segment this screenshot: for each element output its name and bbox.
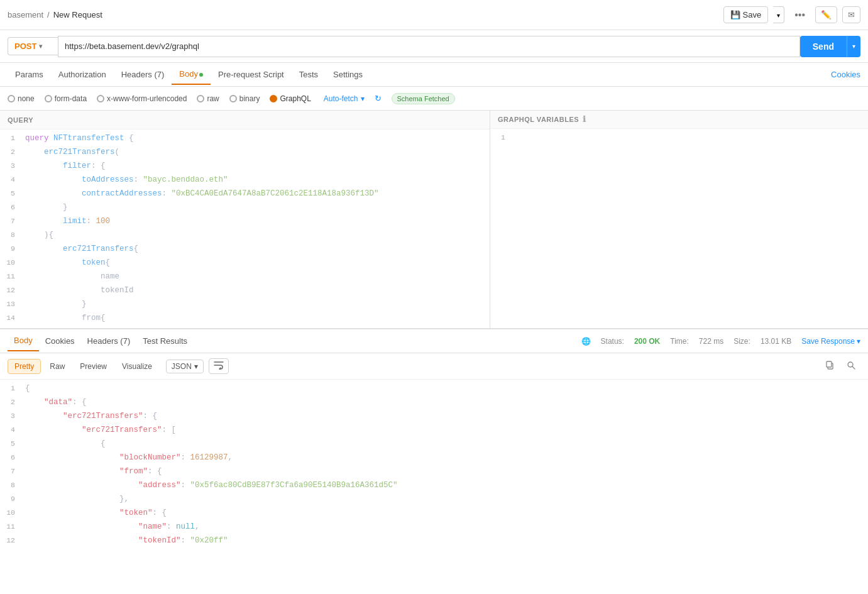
tab-authorization[interactable]: Authorization [51, 65, 114, 84]
url-bar: POST ▾ Send ▾ [0, 30, 868, 63]
radio-urlencoded[interactable]: x-www-form-urlencoded [97, 94, 187, 103]
send-button[interactable]: Send [800, 36, 847, 57]
query-line-1: 1 query NFTtransferTest { [0, 132, 490, 146]
tab-settings[interactable]: Settings [326, 65, 370, 84]
fmt-visualize-label: Visualize [122, 362, 152, 371]
resp-line-11: 11 "name": null, [0, 520, 868, 534]
response-tabs-bar: Body Cookies Headers (7) Test Results 🌐 … [0, 329, 868, 353]
time-label: Time: [670, 337, 689, 346]
method-selector[interactable]: POST ▾ [8, 37, 58, 55]
graphql-vars-info-icon[interactable]: ℹ [583, 114, 586, 124]
radio-binary[interactable]: binary [229, 94, 260, 103]
resp-tab-cookies[interactable]: Cookies [39, 331, 81, 351]
json-format-selector[interactable]: JSON ▾ [166, 360, 204, 373]
size-value: 13.01 KB [761, 337, 791, 346]
query-panel-header: QUERY [0, 111, 490, 129]
response-code-block: 1 { 2 "data": { 3 "erc721Transfers": { 4… [0, 380, 868, 561]
wrap-icon-button[interactable] [209, 358, 229, 374]
resp-tab-test-results-label: Test Results [143, 336, 187, 346]
tab-headers[interactable]: Headers (7) [114, 65, 172, 84]
resp-line-6: 6 "blockNumber": 16129987, [0, 451, 868, 465]
breadcrumb: basement / New Request [8, 10, 102, 19]
tab-params-label: Params [15, 70, 43, 79]
tab-params[interactable]: Params [8, 65, 51, 84]
save-button[interactable]: 💾 Save [723, 6, 769, 23]
fmt-raw-label: Raw [50, 362, 65, 371]
tab-body[interactable]: Body [172, 64, 211, 85]
fmt-tab-visualize[interactable]: Visualize [116, 360, 158, 373]
query-line-13: 13 } [0, 298, 490, 312]
query-line-11: 11 name [0, 270, 490, 284]
graphql-vars-editor[interactable]: 1 [490, 129, 868, 328]
refresh-icon[interactable]: ↻ [375, 94, 382, 103]
radio-label-formdata: form-data [55, 94, 87, 103]
tab-headers-label: Headers (7) [121, 70, 165, 79]
breadcrumb-current: New Request [53, 10, 102, 19]
cookies-link[interactable]: Cookies [831, 65, 860, 84]
radio-label-graphql: GraphQL [280, 94, 310, 103]
response-body[interactable]: 1 { 2 "data": { 3 "erc721Transfers": { 4… [0, 380, 868, 561]
fmt-tab-raw[interactable]: Raw [43, 360, 71, 373]
message-icon: ✉ [848, 10, 855, 19]
send-dropdown-button[interactable]: ▾ [847, 36, 860, 57]
graphql-vars-header-label: GRAPHQL VARIABLES [498, 116, 579, 123]
tab-settings-label: Settings [333, 70, 363, 79]
status-label: Status: [601, 337, 624, 346]
radio-circle-formdata [45, 95, 52, 102]
svg-line-3 [852, 366, 855, 369]
search-button[interactable] [842, 358, 860, 374]
fmt-tab-preview[interactable]: Preview [74, 360, 113, 373]
method-caret-icon: ▾ [39, 43, 42, 50]
edit-button[interactable]: ✏️ [815, 6, 837, 23]
size-label: Size: [733, 337, 750, 346]
save-response-button[interactable]: Save Response ▾ [801, 337, 860, 346]
tab-body-label: Body [179, 69, 198, 79]
body-type-bar: none form-data x-www-form-urlencoded raw… [0, 87, 868, 111]
query-line-8: 8 ){ [0, 229, 490, 243]
response-status: 🌐 Status: 200 OK Time: 722 ms Size: 13.0… [581, 337, 860, 346]
radio-none[interactable]: none [8, 94, 35, 103]
query-line-2: 2 erc721Transfers( [0, 146, 490, 160]
query-line-6: 6 } [0, 201, 490, 215]
message-button[interactable]: ✉ [842, 6, 860, 23]
auto-fetch-label: Auto-fetch [324, 94, 358, 103]
resp-tab-headers[interactable]: Headers (7) [81, 331, 137, 351]
send-button-group: Send ▾ [800, 36, 860, 57]
radio-form-data[interactable]: form-data [45, 94, 87, 103]
resp-line-2: 2 "data": { [0, 396, 868, 410]
resp-line-9: 9 }, [0, 493, 868, 507]
resp-tab-body[interactable]: Body [8, 331, 39, 351]
top-bar: basement / New Request 💾 Save ▾ ••• ✏️ ✉ [0, 0, 868, 30]
radio-circle-binary [229, 95, 237, 102]
chevron-down-icon: ▾ [777, 12, 780, 19]
editor-split: QUERY 1 query NFTtransferTest { 2 erc721… [0, 111, 868, 329]
radio-graphql[interactable]: GraphQL [270, 94, 310, 103]
resp-line-10: 10 "token": { [0, 507, 868, 520]
request-tabs: Params Authorization Headers (7) Body Pr… [0, 63, 868, 87]
query-code-block[interactable]: 1 query NFTtransferTest { 2 erc721Transf… [0, 129, 490, 328]
breadcrumb-parent[interactable]: basement [8, 10, 43, 19]
tab-prerequest-label: Pre-request Script [218, 70, 284, 79]
more-options-button[interactable]: ••• [789, 7, 810, 23]
query-line-3: 3 filter: { [0, 160, 490, 173]
tab-authorization-label: Authorization [58, 70, 106, 79]
resp-line-5: 5 { [0, 437, 868, 451]
copy-button[interactable] [820, 358, 839, 374]
url-input[interactable] [58, 36, 800, 57]
save-dropdown-button[interactable]: ▾ [773, 6, 784, 23]
query-editor[interactable]: 1 query NFTtransferTest { 2 erc721Transf… [0, 129, 490, 328]
auto-fetch-chevron-icon: ▾ [361, 94, 365, 103]
more-icon: ••• [794, 9, 805, 20]
radio-raw[interactable]: raw [197, 94, 219, 103]
radio-circle-graphql [270, 95, 277, 102]
resp-tab-headers-label: Headers (7) [87, 336, 131, 346]
radio-label-raw: raw [207, 94, 219, 103]
resp-tab-cookies-label: Cookies [45, 336, 75, 346]
auto-fetch-button[interactable]: Auto-fetch ▾ [324, 94, 365, 103]
tab-tests[interactable]: Tests [292, 65, 326, 84]
status-value: 200 OK [634, 337, 660, 346]
query-line-12: 12 tokenId [0, 284, 490, 298]
fmt-tab-pretty[interactable]: Pretty [8, 359, 41, 374]
tab-pre-request[interactable]: Pre-request Script [211, 65, 292, 84]
resp-tab-test-results[interactable]: Test Results [136, 331, 194, 351]
